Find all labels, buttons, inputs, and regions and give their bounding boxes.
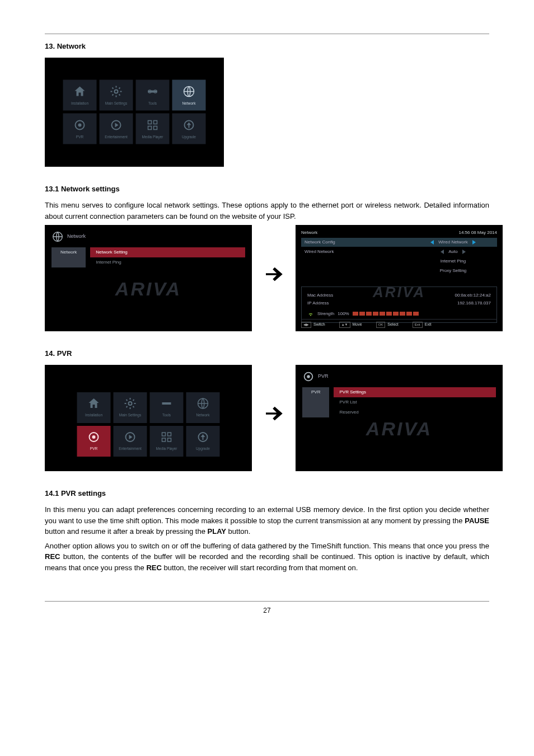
page-footer: 27 (45, 601, 489, 616)
tile-media-player[interactable]: Media Player (150, 426, 184, 457)
cfg-row-network-config[interactable]: Network Config Wired Network (301, 238, 497, 247)
tile-main-settings[interactable]: Main Settings (114, 392, 147, 423)
gear-icon (110, 84, 123, 98)
mac-value: 00:8a:eb:12:24:a2 (455, 292, 491, 299)
cfg-value: Internet Ping (441, 258, 466, 265)
arrow-right-icon[interactable] (462, 250, 466, 254)
tile-entertainment[interactable]: Entertainment (114, 426, 147, 457)
arrow-icon (262, 402, 285, 434)
arrow-icon (262, 262, 285, 294)
svg-rect-23 (168, 438, 171, 442)
subopt-internet-ping[interactable]: Internet Ping (90, 257, 245, 267)
tile-installation[interactable]: Installation (63, 80, 97, 111)
key-lr: ◀▶ (301, 322, 311, 328)
submenu-tab[interactable]: PVR (302, 387, 329, 417)
watermark: ARIVA (366, 414, 432, 443)
cfg-value: Auto (448, 248, 457, 255)
cfg-row-wired[interactable]: Wired Network Auto (301, 247, 497, 256)
svg-point-26 (307, 375, 310, 378)
network-flow-row: Network Network Network Setting Internet… (45, 225, 489, 331)
subopt-network-setting[interactable]: Network Setting (90, 247, 245, 257)
submenu-tab[interactable]: Network (51, 247, 86, 267)
cfg-row-proxy[interactable]: Proxy Setting (301, 266, 497, 275)
cfg-label: Network Config (305, 239, 335, 246)
arrow-right-icon[interactable] (472, 240, 476, 245)
globe-icon (196, 397, 210, 410)
apps-icon (160, 430, 174, 444)
body-13-1: This menu serves to configure local netw… (45, 200, 489, 222)
globe-icon (51, 231, 64, 243)
key-ud: ▲▼ (339, 322, 350, 328)
submenu-header: Network (51, 231, 245, 243)
top-divider (45, 34, 489, 34)
main-menu-grid: Installation Main Settings Tools Network… (77, 392, 220, 457)
cfg-title: Network (301, 229, 317, 236)
svg-rect-1 (148, 90, 157, 92)
upgrade-icon (196, 430, 210, 444)
main-menu-grid: Installation Main Settings Tools Network… (63, 80, 206, 144)
subopt-pvr-list[interactable]: PVR List (334, 397, 496, 407)
svg-point-14 (129, 402, 132, 405)
hint-move: Move (353, 322, 362, 326)
tile-tools[interactable]: Tools (136, 80, 170, 111)
play-circle-icon (110, 118, 123, 132)
tile-media-player[interactable]: Media Player (136, 114, 170, 144)
cfg-header: Network 14:56 08 May 2014 (301, 229, 497, 236)
screenshot-network-submenu: Network Network Network Setting Internet… (45, 225, 252, 331)
mac-label: Mac Address (307, 292, 333, 299)
svg-rect-9 (154, 120, 157, 124)
heading-14-pvr: 14. PVR (45, 348, 489, 359)
record-icon (73, 118, 87, 132)
submenu-title: Network (67, 233, 86, 241)
svg-rect-21 (168, 433, 171, 436)
ip-label: IP Address (307, 299, 329, 307)
svg-rect-20 (162, 433, 166, 436)
watermark: ARIVA (115, 275, 181, 303)
heading-14-1: 14.1 PVR settings (45, 488, 489, 499)
tools-icon (160, 397, 174, 410)
svg-rect-15 (162, 402, 171, 405)
bold-rec: REC (45, 552, 60, 561)
record-icon (302, 370, 315, 383)
screenshot-main-menu-network: Installation Main Settings Tools Network… (45, 58, 224, 167)
arrow-left-icon[interactable] (430, 240, 434, 245)
tile-pvr[interactable]: PVR (63, 114, 97, 144)
key-exit: Exit (413, 322, 423, 328)
svg-rect-10 (148, 126, 152, 129)
tile-network[interactable]: Network (186, 392, 220, 423)
submenu-title: PVR (318, 373, 329, 381)
arrow-left-icon[interactable] (441, 250, 444, 254)
screenshot-network-config: Network 14:56 08 May 2014 Network Config… (296, 225, 503, 331)
play-circle-icon (124, 430, 137, 444)
record-icon (87, 430, 101, 444)
home-icon (87, 397, 101, 410)
tile-upgrade[interactable]: Upgrade (172, 114, 206, 144)
globe-icon (182, 84, 196, 98)
tile-entertainment[interactable]: Entertainment (100, 114, 133, 144)
strength-label: Strength (317, 310, 334, 318)
tile-pvr[interactable]: PVR (77, 426, 111, 457)
svg-point-18 (92, 435, 96, 439)
section-14-1: 14.1 PVR settings In this menu you can a… (45, 488, 489, 574)
tools-icon (146, 84, 160, 98)
pvr-flow-row: Installation Main Settings Tools Network… (45, 365, 489, 471)
tile-installation[interactable]: Installation (77, 392, 111, 423)
svg-rect-8 (148, 120, 152, 124)
body-14-1-p1: In this menu you can adapt preferences c… (45, 504, 489, 537)
hint-exit: Exit (425, 322, 432, 326)
svg-point-6 (78, 123, 82, 126)
cfg-row-ping[interactable]: Internet Ping (301, 257, 497, 266)
tile-network[interactable]: Network (172, 80, 206, 111)
submenu-header: PVR (302, 370, 496, 383)
heading-13-network: 13. Network (45, 41, 489, 52)
heading-13-1: 13.1 Network settings (45, 184, 489, 195)
subopt-pvr-settings[interactable]: PVR Settings (334, 387, 496, 397)
gear-icon (124, 397, 137, 410)
apps-icon (146, 118, 160, 132)
tile-main-settings[interactable]: Main Settings (100, 80, 133, 111)
cfg-footer: ◀▶Switch ▲▼Move OKSelect ExitExit (301, 319, 497, 328)
cfg-info-box: ARIVA Mac Address 00:8a:eb:12:24:a2 IP A… (301, 287, 497, 323)
cfg-value: Proxy Setting (440, 267, 467, 274)
tile-tools[interactable]: Tools (150, 392, 184, 423)
tile-upgrade[interactable]: Upgrade (186, 426, 220, 457)
